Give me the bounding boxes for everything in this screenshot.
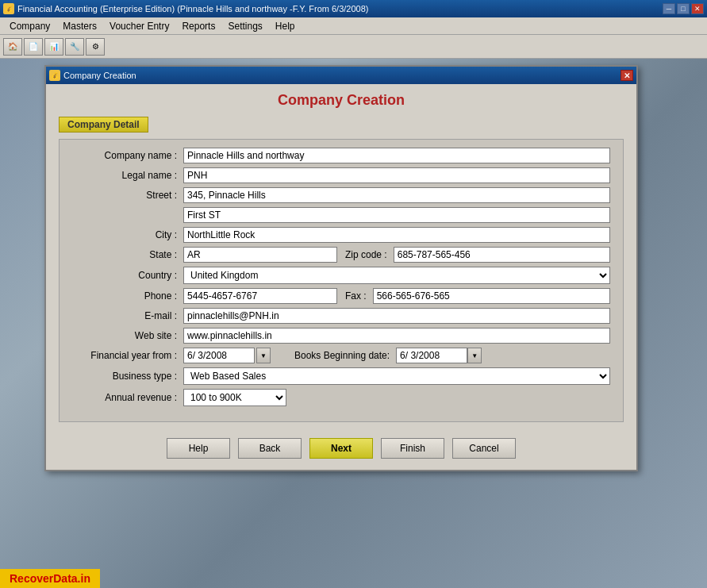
title-controls: ─ □ ✕ xyxy=(663,3,704,14)
menu-voucher-entry[interactable]: Voucher Entry xyxy=(103,19,175,33)
street-input2[interactable] xyxy=(183,207,610,223)
state-input[interactable] xyxy=(183,247,337,263)
country-label: Country : xyxy=(72,270,183,281)
street-label: Street : xyxy=(72,190,183,201)
toolbar-btn-new[interactable]: 📄 xyxy=(24,38,43,56)
finish-button[interactable]: Finish xyxy=(381,438,444,459)
business-type-label: Business type : xyxy=(72,371,183,382)
form-area: Company name : Legal name : Street : Cit… xyxy=(59,139,624,422)
city-input[interactable] xyxy=(183,227,610,243)
books-begin-input[interactable] xyxy=(396,348,467,363)
menu-masters[interactable]: Masters xyxy=(56,19,103,33)
city-row: City : xyxy=(72,227,610,243)
dialog-content: Company Creation Company Detail Company … xyxy=(46,84,636,470)
company-name-label: Company name : xyxy=(72,150,183,161)
title-text: Financial Accounting (Enterprise Edition… xyxy=(17,4,368,13)
fin-year-calendar-btn[interactable]: ▼ xyxy=(256,348,271,363)
toolbar-btn-settings[interactable]: ⚙ xyxy=(86,38,105,56)
annual-revenue-row: Annual revenue : 100 to 900K 900K to 5M … xyxy=(72,389,610,406)
dialog-icon: 💰 xyxy=(49,70,60,81)
branding: RecoverData.in xyxy=(0,569,100,588)
street-row2 xyxy=(72,207,610,223)
books-begin-label: Books Beginning date: xyxy=(294,350,396,361)
close-button[interactable]: ✕ xyxy=(691,3,704,14)
zip-label: Zip code : xyxy=(345,249,394,260)
help-button[interactable]: Help xyxy=(167,438,230,459)
title-bar: 💰 Financial Accounting (Enterprise Editi… xyxy=(0,0,707,17)
email-input[interactable] xyxy=(183,308,610,324)
website-input[interactable] xyxy=(183,328,610,344)
city-label: City : xyxy=(72,229,183,240)
website-row: Web site : xyxy=(72,328,610,344)
state-zip-row: State : Zip code : xyxy=(72,247,610,263)
fin-year-group: ▼ xyxy=(183,348,271,363)
website-label: Web site : xyxy=(72,330,183,341)
email-row: E-mail : xyxy=(72,308,610,324)
app-icon: 💰 xyxy=(3,3,14,14)
cancel-button[interactable]: Cancel xyxy=(452,438,516,459)
business-type-select[interactable]: Web Based Sales Retail Manufacturing Ser… xyxy=(183,367,610,385)
legal-name-label: Legal name : xyxy=(72,170,183,181)
toolbar-btn-tool1[interactable]: 🔧 xyxy=(65,38,84,56)
toolbar-btn-home[interactable]: 🏠 xyxy=(3,38,22,56)
phone-input[interactable] xyxy=(183,288,337,304)
menu-help[interactable]: Help xyxy=(269,19,302,33)
minimize-button[interactable]: ─ xyxy=(663,3,675,14)
dialog-title-text: Company Creation xyxy=(63,71,136,80)
maximize-button[interactable]: □ xyxy=(677,3,690,14)
branding-text: RecoverData.in xyxy=(10,572,90,585)
menu-settings[interactable]: Settings xyxy=(221,19,268,33)
next-button[interactable]: Next xyxy=(309,438,373,459)
company-name-row: Company name : xyxy=(72,148,610,163)
legal-name-row: Legal name : xyxy=(72,167,610,183)
toolbar: 🏠 📄 📊 🔧 ⚙ xyxy=(0,35,707,59)
fin-year-label: Financial year from : xyxy=(72,350,183,361)
menu-bar: Company Masters Voucher Entry Reports Se… xyxy=(0,17,707,35)
books-begin-calendar-btn[interactable]: ▼ xyxy=(467,348,482,363)
annual-revenue-select[interactable]: 100 to 900K 900K to 5M 5M to 50M 50M+ xyxy=(183,389,286,406)
phone-fax-row: Phone : Fax : xyxy=(72,288,610,304)
date-row: Financial year from : ▼ Books Beginning … xyxy=(72,348,610,363)
country-select[interactable]: United Kingdom United States India Austr… xyxy=(183,267,610,284)
street-row1: Street : xyxy=(72,187,610,203)
toolbar-btn-chart[interactable]: 📊 xyxy=(44,38,63,56)
company-name-input[interactable] xyxy=(183,148,610,163)
back-button[interactable]: Back xyxy=(238,438,302,459)
state-label: State : xyxy=(72,249,183,260)
menu-company[interactable]: Company xyxy=(3,19,56,33)
fax-label: Fax : xyxy=(345,290,373,302)
dialog-titlebar: 💰 Company Creation ✕ xyxy=(46,67,636,84)
legal-name-input[interactable] xyxy=(183,167,610,183)
business-type-row: Business type : Web Based Sales Retail M… xyxy=(72,367,610,385)
form-title: Company Creation xyxy=(59,92,624,109)
company-creation-dialog: 💰 Company Creation ✕ Company Creation Co… xyxy=(44,65,638,471)
menu-reports[interactable]: Reports xyxy=(175,19,221,33)
country-row: Country : United Kingdom United States I… xyxy=(72,267,610,284)
email-label: E-mail : xyxy=(72,310,183,321)
dialog-close-button[interactable]: ✕ xyxy=(621,70,633,81)
button-bar: Help Back Next Finish Cancel xyxy=(59,432,624,462)
zip-input[interactable] xyxy=(394,247,610,263)
section-header: Company Detail xyxy=(59,117,148,133)
phone-label: Phone : xyxy=(72,290,183,302)
fax-input[interactable] xyxy=(373,288,610,304)
fin-year-input[interactable] xyxy=(183,348,255,363)
street-input1[interactable] xyxy=(183,187,610,203)
books-begin-group: Books Beginning date: ▼ xyxy=(294,348,482,363)
annual-revenue-label: Annual revenue : xyxy=(72,392,183,403)
